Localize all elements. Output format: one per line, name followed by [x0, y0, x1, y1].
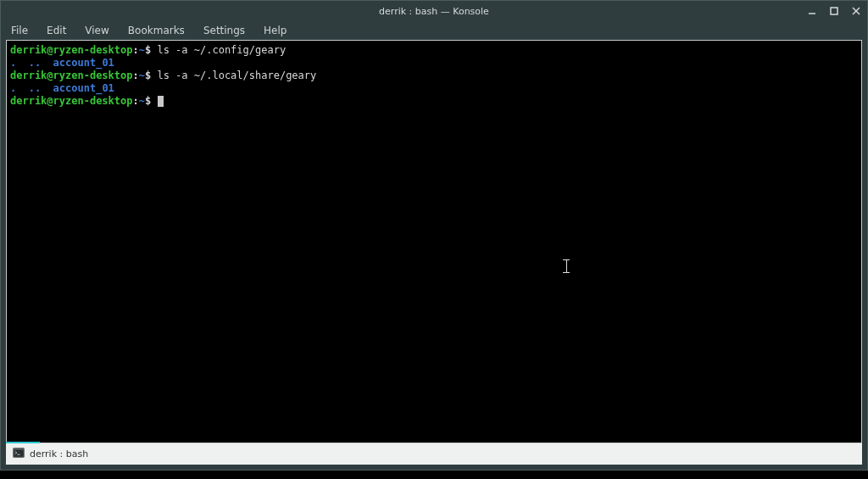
prompt-colon: :	[133, 44, 139, 56]
prompt-userhost: derrik@ryzen-desktop	[10, 44, 133, 56]
text-cursor-icon	[562, 259, 570, 273]
menu-settings[interactable]: Settings	[200, 23, 248, 38]
terminal[interactable]: derrik@ryzen-desktop:~$ ls -a ~/.config/…	[6, 40, 862, 443]
prompt-suffix: $	[145, 44, 157, 56]
menu-view[interactable]: View	[81, 23, 112, 38]
command-text: ls -a ~/.local/share/geary	[157, 70, 316, 81]
command-text: ls -a ~/.config/geary	[157, 44, 286, 56]
prompt-userhost: derrik@ryzen-desktop	[10, 70, 133, 81]
terminal-line: derrik@ryzen-desktop:~$ ls -a ~/.local/s…	[10, 70, 316, 81]
menu-help[interactable]: Help	[260, 23, 290, 38]
window-controls	[804, 1, 864, 21]
cursor	[158, 96, 164, 107]
terminal-line: . .. account_01	[10, 82, 114, 94]
ls-entry: account_01	[53, 82, 114, 94]
konsole-window: derrik : bash — Konsole File Edit View B…	[0, 0, 868, 471]
prompt-path: ~	[139, 95, 145, 107]
minimize-button[interactable]	[804, 3, 820, 19]
prompt-suffix: $	[145, 95, 157, 107]
titlebar[interactable]: derrik : bash — Konsole	[1, 1, 867, 21]
terminal-line: derrik@ryzen-desktop:~$	[10, 95, 164, 107]
prompt-path: ~	[139, 44, 145, 56]
ls-entry: .	[10, 57, 16, 69]
ls-entry: ..	[29, 57, 41, 69]
window-footer	[1, 465, 867, 470]
prompt-suffix: $	[145, 70, 157, 81]
close-button[interactable]	[849, 3, 864, 19]
menu-file[interactable]: File	[8, 23, 31, 38]
terminal-icon	[13, 448, 25, 460]
terminal-line: derrik@ryzen-desktop:~$ ls -a ~/.config/…	[10, 44, 286, 56]
svg-rect-5	[14, 450, 23, 457]
menu-bookmarks[interactable]: Bookmarks	[125, 23, 188, 38]
ls-entry: ..	[29, 82, 41, 94]
menu-edit[interactable]: Edit	[43, 23, 70, 38]
svg-rect-1	[831, 8, 837, 14]
tab-label: derrik : bash	[30, 448, 88, 460]
prompt-colon: :	[133, 70, 139, 81]
prompt-path: ~	[139, 70, 145, 81]
window-title: derrik : bash — Konsole	[1, 6, 867, 17]
prompt-colon: :	[133, 95, 139, 107]
maximize-button[interactable]	[826, 3, 842, 19]
prompt-userhost: derrik@ryzen-desktop	[10, 95, 133, 107]
tabbar: derrik : bash	[6, 443, 862, 465]
menubar: File Edit View Bookmarks Settings Help	[1, 21, 867, 40]
ls-entry: .	[10, 82, 16, 94]
tab-session[interactable]: derrik : bash	[6, 443, 95, 465]
terminal-line: . .. account_01	[10, 57, 114, 69]
ls-entry: account_01	[53, 57, 114, 69]
